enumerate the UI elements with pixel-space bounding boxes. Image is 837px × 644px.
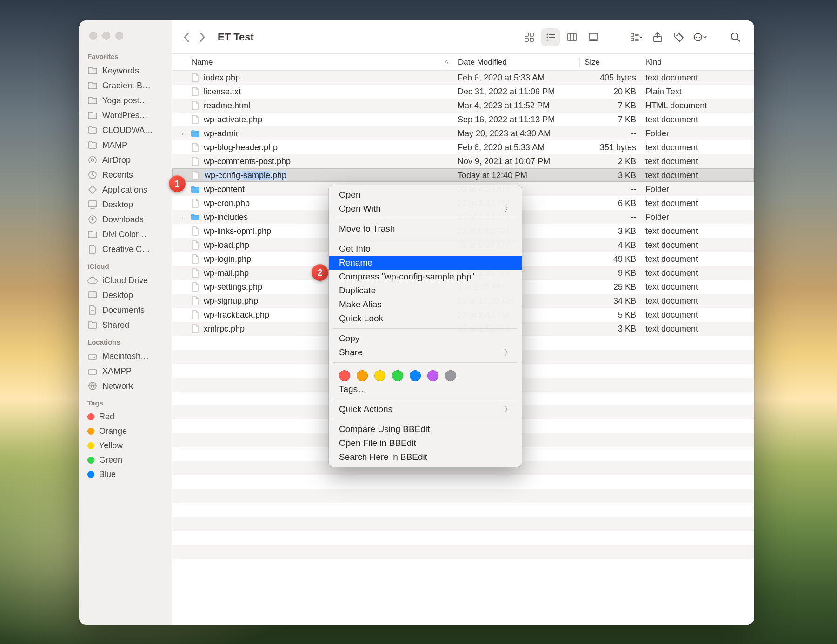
sidebar-item[interactable]: Shared bbox=[79, 318, 172, 332]
tag-color-swatch[interactable] bbox=[410, 370, 421, 381]
separator bbox=[333, 419, 517, 419]
file-row[interactable]: index.phpFeb 6, 2020 at 5:33 AM405 bytes… bbox=[172, 71, 754, 85]
sidebar-item[interactable]: Red bbox=[79, 410, 172, 424]
sidebar-item[interactable]: Applications bbox=[79, 182, 172, 197]
sidebar-item[interactable]: Macintosh… bbox=[79, 349, 172, 364]
file-size: 3 KB bbox=[579, 171, 641, 180]
column-view-button[interactable] bbox=[563, 28, 581, 46]
svg-point-10 bbox=[94, 357, 95, 358]
tag-color-swatch[interactable] bbox=[445, 370, 456, 381]
ctx-duplicate[interactable]: Duplicate bbox=[329, 284, 522, 298]
sidebar-item[interactable]: Blue bbox=[79, 467, 172, 482]
disclosure-triangle-icon[interactable]: › bbox=[179, 214, 187, 221]
separator bbox=[333, 362, 517, 363]
file-row[interactable]: wp-activate.phpSep 16, 2022 at 11:13 PM7… bbox=[172, 113, 754, 126]
list-view-button[interactable] bbox=[541, 28, 560, 46]
minimize-button[interactable] bbox=[102, 32, 110, 40]
folder-icon bbox=[87, 229, 98, 239]
column-size[interactable]: Size bbox=[579, 58, 641, 67]
ctx-search-bbedit[interactable]: Search Here in BBEdit bbox=[329, 450, 522, 464]
sidebar-item[interactable]: Desktop bbox=[79, 288, 172, 303]
file-row[interactable]: wp-comments-post.phpNov 9, 2021 at 10:07… bbox=[172, 154, 754, 168]
icon-view-button[interactable] bbox=[520, 28, 538, 46]
gallery-view-button[interactable] bbox=[584, 28, 603, 46]
folder-icon bbox=[87, 110, 98, 120]
ctx-compare-bbedit[interactable]: Compare Using BBEdit bbox=[329, 422, 522, 436]
back-button[interactable] bbox=[179, 29, 194, 45]
sidebar-item-label: Macintosh… bbox=[102, 352, 149, 361]
ctx-open[interactable]: Open bbox=[329, 188, 522, 202]
sidebar-item[interactable]: XAMPP bbox=[79, 364, 172, 378]
ctx-copy[interactable]: Copy bbox=[329, 332, 522, 345]
sidebar-item[interactable]: Divi Color… bbox=[79, 227, 172, 242]
sidebar-item[interactable]: MAMP bbox=[79, 138, 172, 153]
sidebar-item[interactable]: Yellow bbox=[79, 438, 172, 453]
column-date[interactable]: Date Modified bbox=[453, 58, 579, 67]
group-button[interactable] bbox=[627, 28, 645, 46]
tag-color-swatch[interactable] bbox=[339, 370, 350, 381]
window-title: ET Test bbox=[218, 31, 254, 43]
column-kind[interactable]: Kind bbox=[641, 58, 754, 67]
sidebar-item[interactable]: Network bbox=[79, 378, 172, 393]
zoom-button[interactable] bbox=[115, 32, 123, 40]
file-row[interactable]: license.txtDec 31, 2022 at 11:06 PM20 KB… bbox=[172, 85, 754, 99]
sidebar-item[interactable]: Orange bbox=[79, 424, 172, 438]
ctx-quick-look[interactable]: Quick Look bbox=[329, 312, 522, 325]
file-icon bbox=[191, 268, 200, 278]
sidebar-item[interactable]: Keywords bbox=[79, 63, 172, 78]
sidebar-item[interactable]: CLOUDWA… bbox=[79, 123, 172, 138]
forward-button[interactable] bbox=[194, 29, 210, 45]
toolbar: ET Test bbox=[172, 20, 754, 54]
sidebar-item-label: Documents bbox=[102, 305, 145, 315]
file-name-editable[interactable]: wp-config-sample.php bbox=[204, 171, 287, 180]
sidebar-item[interactable]: Green bbox=[79, 453, 172, 467]
file-row[interactable]: wp-config-sample.phpToday at 12:40 PM3 K… bbox=[172, 168, 754, 182]
chevron-right-icon: 〉 bbox=[505, 348, 512, 357]
ctx-compress[interactable]: Compress "wp-config-sample.php" bbox=[329, 270, 522, 284]
file-kind: text document bbox=[641, 324, 754, 334]
ctx-share[interactable]: Share〉 bbox=[329, 345, 522, 359]
file-date: May 20, 2023 at 4:30 AM bbox=[453, 129, 579, 139]
sidebar-item[interactable]: Downloads bbox=[79, 212, 172, 227]
sidebar-item[interactable]: Creative C… bbox=[79, 242, 172, 257]
sidebar-item[interactable]: iCloud Drive bbox=[79, 273, 172, 288]
sidebar-item[interactable]: Desktop bbox=[79, 197, 172, 212]
sidebar-item[interactable]: Documents bbox=[79, 303, 172, 318]
ctx-quick-actions[interactable]: Quick Actions〉 bbox=[329, 402, 522, 416]
file-row[interactable]: readme.htmlMar 4, 2023 at 11:52 PM7 KBHT… bbox=[172, 99, 754, 113]
column-name[interactable]: Nameᐱ bbox=[172, 58, 453, 67]
ctx-open-with[interactable]: Open With〉 bbox=[329, 202, 522, 216]
file-kind: text document bbox=[641, 268, 754, 278]
window-controls bbox=[79, 29, 172, 47]
ctx-get-info[interactable]: Get Info bbox=[329, 242, 522, 256]
sidebar-item[interactable]: Yoga post… bbox=[79, 93, 172, 108]
share-button[interactable] bbox=[648, 28, 667, 46]
action-button[interactable] bbox=[691, 28, 710, 46]
tag-color-swatch[interactable] bbox=[427, 370, 438, 381]
tag-color-swatch[interactable] bbox=[392, 370, 403, 381]
file-name: xmlrpc.php bbox=[204, 324, 245, 334]
separator bbox=[333, 239, 517, 239]
file-size: 25 KB bbox=[579, 282, 641, 292]
tags-button[interactable] bbox=[670, 28, 688, 46]
disclosure-triangle-icon[interactable]: › bbox=[179, 130, 187, 137]
file-row[interactable]: wp-blog-header.phpFeb 6, 2020 at 5:33 AM… bbox=[172, 140, 754, 154]
ctx-rename[interactable]: Rename bbox=[329, 256, 522, 270]
file-row[interactable]: ›wp-adminMay 20, 2023 at 4:30 AM--Folder bbox=[172, 126, 754, 140]
tag-color-swatch[interactable] bbox=[374, 370, 385, 381]
ctx-tags[interactable]: Tags… bbox=[329, 382, 522, 396]
ctx-make-alias[interactable]: Make Alias bbox=[329, 298, 522, 312]
sidebar-item[interactable]: Recents bbox=[79, 167, 172, 182]
tag-dot-icon bbox=[87, 413, 94, 420]
ctx-move-trash[interactable]: Move to Trash bbox=[329, 222, 522, 236]
file-kind: text document bbox=[641, 157, 754, 166]
search-button[interactable] bbox=[726, 28, 745, 46]
sidebar-item[interactable]: AirDrop bbox=[79, 153, 172, 167]
svg-point-18 bbox=[547, 36, 548, 38]
sidebar-item[interactable]: WordPres… bbox=[79, 108, 172, 123]
close-button[interactable] bbox=[89, 32, 97, 40]
tag-color-swatch[interactable] bbox=[357, 370, 368, 381]
sidebar-item-label: Recents bbox=[102, 170, 133, 180]
sidebar-item[interactable]: Gradient B… bbox=[79, 78, 172, 93]
ctx-open-bbedit[interactable]: Open File in BBEdit bbox=[329, 436, 522, 450]
